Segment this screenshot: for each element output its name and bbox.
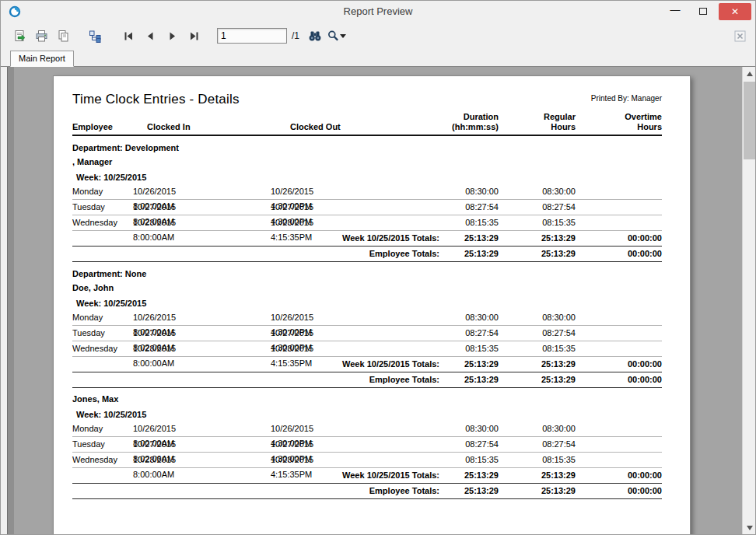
report-row: Monday10/26/20158:00:00AM10/26/20154:30:… bbox=[72, 184, 662, 200]
report-title-row: Time Clock Entries - Details Printed By:… bbox=[72, 92, 662, 110]
report-row: Wednesday10/28/20158:00:00AM10/28/20154:… bbox=[72, 215, 662, 231]
find-button[interactable] bbox=[306, 26, 324, 45]
preview-content: Time Clock Entries - Details Printed By:… bbox=[1, 67, 755, 534]
employee-totals-row: Employee Totals:25:13:2925:13:2900:00:00 bbox=[72, 372, 662, 388]
tab-main-report[interactable]: Main Report bbox=[10, 51, 74, 67]
regular-total: 25:13:29 bbox=[499, 484, 576, 498]
col-regular-line1: Regular bbox=[499, 112, 576, 122]
copy-button[interactable] bbox=[54, 26, 72, 45]
employee-name: Doe, John bbox=[72, 281, 662, 295]
employee-totals-row: Employee Totals:25:13:2925:13:2900:00:00 bbox=[72, 484, 662, 499]
group-tree-splitter[interactable] bbox=[8, 67, 14, 534]
report-row: Wednesday10/28/20158:00:00AM10/28/20154:… bbox=[72, 453, 662, 468]
maximize-icon bbox=[699, 8, 707, 15]
report-column-headers: Employee Clocked In Clocked Out Duration… bbox=[72, 112, 662, 136]
date-text: 10/26/2015 bbox=[133, 421, 198, 436]
scroll-down-button[interactable] bbox=[743, 521, 756, 534]
close-icon: ✕ bbox=[731, 6, 739, 17]
totals-label: Employee Totals: bbox=[72, 372, 439, 387]
first-page-button[interactable] bbox=[119, 26, 138, 45]
overtime-total: 00:00:00 bbox=[576, 484, 662, 498]
report-row: Tuesday10/27/20158:02:06AM10/27/20154:30… bbox=[72, 326, 662, 341]
date-text: 10/27/2015 bbox=[133, 200, 198, 215]
date-text: 10/27/2015 bbox=[271, 437, 336, 452]
close-view-button[interactable] bbox=[730, 26, 749, 45]
zoom-icon bbox=[327, 30, 339, 42]
report-title: Time Clock Entries - Details bbox=[72, 92, 240, 107]
zoom-button[interactable] bbox=[327, 26, 346, 45]
previous-page-icon bbox=[145, 31, 156, 41]
first-page-icon bbox=[123, 31, 135, 41]
date-text: 10/27/2015 bbox=[271, 200, 336, 215]
last-page-button[interactable] bbox=[184, 26, 203, 45]
week-totals-row: Week 10/25/2015 Totals:25:13:2925:13:290… bbox=[72, 357, 662, 372]
col-employee: Employee bbox=[72, 122, 133, 132]
date-text: 10/26/2015 bbox=[271, 310, 336, 325]
totals-label: Week 10/25/2015 Totals: bbox=[72, 357, 439, 372]
close-button[interactable]: ✕ bbox=[719, 3, 751, 20]
report-row: Wednesday10/28/20158:00:00AM10/28/20154:… bbox=[72, 341, 662, 357]
totals-label: Employee Totals: bbox=[72, 247, 439, 261]
date-text: 10/28/2015 bbox=[271, 215, 336, 230]
week-header: Week: 10/25/2015 bbox=[72, 406, 662, 421]
tab-label: Main Report bbox=[19, 54, 65, 63]
duration-total: 25:13:29 bbox=[421, 231, 499, 246]
copy-icon bbox=[57, 30, 70, 43]
overtime-total: 00:00:00 bbox=[576, 372, 662, 387]
export-button[interactable] bbox=[10, 26, 29, 45]
report-body: Department: Development, ManagerWeek: 10… bbox=[72, 141, 662, 499]
date-text: 10/27/2015 bbox=[133, 437, 198, 452]
col-regular-hours: Regular Hours bbox=[499, 112, 576, 132]
zoom-dropdown-caret bbox=[340, 34, 346, 38]
binoculars-icon bbox=[308, 30, 322, 42]
regular-total: 25:13:29 bbox=[499, 231, 576, 246]
date-text: 10/26/2015 bbox=[133, 310, 198, 325]
next-page-icon bbox=[166, 31, 178, 41]
overtime-total: 00:00:00 bbox=[576, 357, 662, 372]
scroll-up-icon bbox=[747, 72, 753, 76]
minimize-button[interactable]: — bbox=[663, 3, 687, 20]
date-text: 10/28/2015 bbox=[133, 453, 198, 467]
date-text: 10/28/2015 bbox=[133, 341, 198, 356]
scroll-up-button[interactable] bbox=[743, 67, 756, 80]
toolbar: /1 bbox=[1, 23, 755, 49]
vertical-scrollbar[interactable] bbox=[742, 67, 755, 534]
duration-total: 25:13:29 bbox=[421, 468, 499, 483]
minimize-icon: — bbox=[670, 4, 681, 16]
window-title: Report Preview bbox=[1, 5, 755, 17]
previous-page-button[interactable] bbox=[141, 26, 159, 45]
department-header: Department: Development bbox=[72, 141, 662, 155]
col-overtime-hours: Overtime Hours bbox=[576, 112, 662, 132]
date-text: 10/27/2015 bbox=[133, 326, 198, 341]
toggle-group-tree-button[interactable] bbox=[86, 26, 105, 45]
scroll-down-icon bbox=[747, 526, 753, 530]
col-overtime-line1: Overtime bbox=[576, 112, 662, 122]
page-number-input[interactable] bbox=[217, 28, 287, 44]
titlebar: Report Preview — ✕ bbox=[1, 1, 755, 23]
scrollbar-thumb[interactable] bbox=[744, 82, 755, 159]
date-text: 10/28/2015 bbox=[271, 341, 336, 356]
col-clocked-out: Clocked Out bbox=[271, 122, 421, 132]
date-text: 10/26/2015 bbox=[133, 184, 198, 199]
week-totals-row: Week 10/25/2015 Totals:25:13:2925:13:290… bbox=[72, 231, 662, 247]
col-duration-line1: Duration bbox=[421, 112, 499, 122]
employee-name: Jones, Max bbox=[72, 392, 662, 406]
next-page-button[interactable] bbox=[163, 26, 181, 45]
regular-total: 25:13:29 bbox=[499, 372, 576, 387]
last-page-icon bbox=[188, 31, 200, 41]
col-clocked-in: Clocked In bbox=[133, 122, 271, 132]
regular-total: 25:13:29 bbox=[499, 357, 576, 372]
date-text: 10/27/2015 bbox=[271, 326, 336, 341]
maximize-button[interactable] bbox=[691, 3, 715, 20]
group-tree-icon bbox=[89, 30, 103, 43]
report-preview-window: { "window": { "title": "Report Preview",… bbox=[0, 0, 756, 535]
date-text: 10/26/2015 bbox=[271, 421, 336, 436]
report-page: Time Clock Entries - Details Printed By:… bbox=[53, 75, 691, 534]
overtime-total: 00:00:00 bbox=[576, 247, 662, 261]
tab-bar: Main Report bbox=[1, 49, 755, 67]
regular-total: 25:13:29 bbox=[499, 468, 576, 483]
print-button[interactable] bbox=[32, 26, 51, 45]
employee-name: , Manager bbox=[72, 155, 662, 169]
week-header: Week: 10/25/2015 bbox=[72, 169, 662, 184]
date-text: 10/28/2015 bbox=[133, 215, 198, 230]
